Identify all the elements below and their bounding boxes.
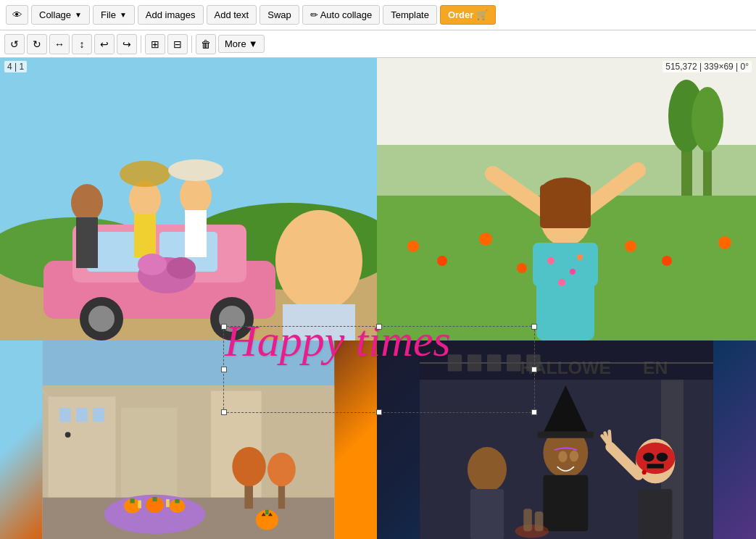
more-label: More [225, 38, 246, 49]
photo-cell-1[interactable] [0, 58, 377, 340]
svg-rect-92 [507, 354, 520, 371]
collage-label: Collage [39, 9, 71, 20]
svg-point-22 [167, 257, 196, 279]
svg-rect-14 [134, 214, 156, 257]
svg-point-101 [570, 451, 578, 461]
svg-rect-48 [540, 185, 591, 228]
svg-point-18 [71, 184, 103, 222]
svg-point-38 [718, 236, 731, 249]
svg-point-106 [643, 453, 654, 461]
svg-point-11 [219, 306, 245, 332]
file-arrow: ▼ [120, 11, 127, 19]
top-toolbar: 👁 Collage ▼ File ▼ Add images Add text S… [0, 0, 756, 30]
canvas-area: 4 | 1 515,372 | 339×69 | 0° [0, 58, 756, 539]
svg-rect-103 [470, 489, 504, 539]
file-label: File [101, 9, 116, 20]
redo-button[interactable]: ↪ [117, 34, 137, 54]
auto-collage-label: ✏ Auto collage [310, 9, 372, 20]
svg-rect-66 [130, 498, 135, 503]
svg-point-16 [168, 159, 223, 181]
svg-point-34 [479, 233, 492, 246]
svg-point-52 [577, 254, 583, 260]
svg-rect-82 [265, 510, 269, 514]
svg-point-37 [662, 256, 672, 266]
svg-rect-91 [487, 354, 501, 371]
svg-rect-43 [533, 243, 598, 286]
svg-point-21 [138, 254, 167, 275]
template-button[interactable]: Template [383, 5, 437, 25]
svg-rect-72 [166, 499, 170, 507]
svg-point-32 [407, 241, 419, 252]
collage-button[interactable]: Collage ▼ [31, 5, 90, 25]
photo-cell-3[interactable] [0, 340, 377, 539]
status-top-left: 4 | 1 [4, 61, 27, 72]
svg-rect-115 [523, 509, 532, 531]
svg-rect-59 [59, 408, 70, 422]
file-button[interactable]: File ▼ [93, 5, 135, 25]
svg-rect-17 [185, 210, 207, 257]
svg-rect-109 [639, 489, 672, 539]
svg-point-9 [88, 306, 115, 332]
svg-rect-60 [76, 408, 87, 422]
photo-grid: HALLOWE EN [0, 58, 756, 539]
svg-point-117 [642, 470, 647, 475]
add-text-label: Add text [215, 9, 249, 20]
flip-h-button[interactable]: ↔ [49, 34, 70, 54]
rotate-right-button[interactable]: ↻ [27, 34, 47, 54]
svg-rect-99 [543, 475, 588, 531]
svg-rect-61 [93, 408, 104, 422]
svg-point-114 [515, 525, 549, 538]
svg-point-76 [267, 453, 296, 486]
svg-rect-19 [76, 217, 98, 268]
svg-point-107 [657, 453, 668, 461]
add-images-label: Add images [146, 9, 196, 20]
flip-v-button[interactable]: ↕ [72, 34, 92, 54]
svg-point-102 [468, 447, 507, 492]
svg-rect-98 [538, 431, 594, 438]
toolbar-separator-1 [141, 35, 141, 53]
swap-label: Swap [267, 9, 291, 20]
order-label: Order 🛒 [448, 9, 488, 20]
svg-rect-116 [535, 511, 544, 531]
svg-point-13 [120, 161, 170, 187]
svg-point-50 [570, 269, 576, 275]
swap-button[interactable]: Swap [259, 5, 299, 25]
order-button[interactable]: Order 🛒 [440, 5, 496, 25]
svg-point-23 [275, 210, 362, 312]
template-label: Template [391, 9, 429, 20]
second-toolbar: ↺ ↻ ↔ ↕ ↩ ↪ ⊞ ⊟ 🗑 More ▼ [0, 30, 756, 58]
svg-point-79 [65, 432, 71, 438]
status-top-right: 515,372 | 339×69 | 0° [662, 61, 752, 72]
svg-rect-108 [647, 464, 664, 468]
svg-point-30 [691, 87, 723, 152]
svg-point-105 [636, 443, 675, 474]
add-text-button[interactable]: Add text [207, 5, 257, 25]
resize-button[interactable]: ⊟ [167, 34, 188, 54]
svg-point-74 [232, 447, 265, 486]
photo-cell-4[interactable]: HALLOWE EN [377, 340, 756, 539]
svg-point-33 [437, 256, 447, 266]
svg-rect-89 [448, 354, 462, 371]
toolbar-separator-2 [191, 35, 192, 53]
svg-point-35 [517, 263, 527, 273]
svg-point-36 [625, 241, 636, 252]
eye-button[interactable]: 👁 [6, 5, 28, 25]
more-arrow: ▼ [249, 38, 258, 49]
svg-point-49 [547, 257, 554, 264]
undo-button[interactable]: ↩ [94, 34, 115, 54]
more-button[interactable]: More ▼ [218, 35, 265, 53]
svg-rect-71 [138, 501, 141, 509]
svg-rect-70 [175, 499, 179, 503]
crop-button[interactable]: ⊞ [145, 34, 165, 54]
photo-cell-2[interactable] [377, 58, 756, 340]
rotate-left-button[interactable]: ↺ [4, 34, 25, 54]
add-images-button[interactable]: Add images [138, 5, 204, 25]
svg-line-113 [610, 431, 611, 447]
svg-text:EN: EN [643, 358, 668, 377]
svg-rect-90 [468, 354, 481, 371]
collage-arrow: ▼ [75, 11, 82, 19]
svg-rect-93 [526, 354, 540, 371]
auto-collage-button[interactable]: ✏ Auto collage [302, 5, 380, 25]
delete-button[interactable]: 🗑 [196, 34, 216, 54]
svg-rect-24 [283, 304, 355, 340]
